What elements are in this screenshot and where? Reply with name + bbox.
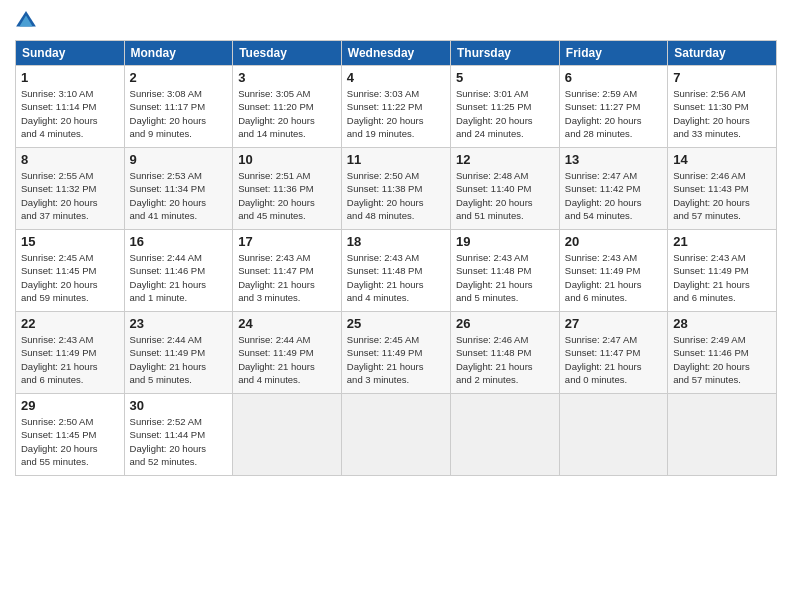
day-number: 6 xyxy=(565,70,662,85)
day-number: 17 xyxy=(238,234,336,249)
calendar-cell: 21Sunrise: 2:43 AM Sunset: 11:49 PM Dayl… xyxy=(668,230,777,312)
calendar-cell xyxy=(451,394,560,476)
day-info: Sunrise: 2:47 AM Sunset: 11:42 PM Daylig… xyxy=(565,169,662,222)
week-row-1: 1Sunrise: 3:10 AM Sunset: 11:14 PM Dayli… xyxy=(16,66,777,148)
day-info: Sunrise: 2:44 AM Sunset: 11:46 PM Daylig… xyxy=(130,251,228,304)
calendar-cell: 2Sunrise: 3:08 AM Sunset: 11:17 PM Dayli… xyxy=(124,66,233,148)
week-row-5: 29Sunrise: 2:50 AM Sunset: 11:45 PM Dayl… xyxy=(16,394,777,476)
day-info: Sunrise: 3:03 AM Sunset: 11:22 PM Daylig… xyxy=(347,87,445,140)
day-info: Sunrise: 2:59 AM Sunset: 11:27 PM Daylig… xyxy=(565,87,662,140)
day-number: 22 xyxy=(21,316,119,331)
day-info: Sunrise: 2:43 AM Sunset: 11:47 PM Daylig… xyxy=(238,251,336,304)
day-number: 2 xyxy=(130,70,228,85)
day-number: 10 xyxy=(238,152,336,167)
day-number: 8 xyxy=(21,152,119,167)
day-number: 12 xyxy=(456,152,554,167)
day-number: 16 xyxy=(130,234,228,249)
day-number: 25 xyxy=(347,316,445,331)
col-header-wednesday: Wednesday xyxy=(341,41,450,66)
calendar-cell: 20Sunrise: 2:43 AM Sunset: 11:49 PM Dayl… xyxy=(559,230,667,312)
day-info: Sunrise: 2:46 AM Sunset: 11:43 PM Daylig… xyxy=(673,169,771,222)
calendar-cell: 24Sunrise: 2:44 AM Sunset: 11:49 PM Dayl… xyxy=(233,312,342,394)
calendar-cell: 29Sunrise: 2:50 AM Sunset: 11:45 PM Dayl… xyxy=(16,394,125,476)
day-number: 3 xyxy=(238,70,336,85)
week-row-2: 8Sunrise: 2:55 AM Sunset: 11:32 PM Dayli… xyxy=(16,148,777,230)
day-number: 15 xyxy=(21,234,119,249)
calendar-cell: 4Sunrise: 3:03 AM Sunset: 11:22 PM Dayli… xyxy=(341,66,450,148)
day-info: Sunrise: 2:49 AM Sunset: 11:46 PM Daylig… xyxy=(673,333,771,386)
day-info: Sunrise: 2:51 AM Sunset: 11:36 PM Daylig… xyxy=(238,169,336,222)
day-info: Sunrise: 2:50 AM Sunset: 11:45 PM Daylig… xyxy=(21,415,119,468)
day-info: Sunrise: 2:43 AM Sunset: 11:49 PM Daylig… xyxy=(673,251,771,304)
day-info: Sunrise: 2:45 AM Sunset: 11:45 PM Daylig… xyxy=(21,251,119,304)
day-info: Sunrise: 3:01 AM Sunset: 11:25 PM Daylig… xyxy=(456,87,554,140)
calendar-cell: 14Sunrise: 2:46 AM Sunset: 11:43 PM Dayl… xyxy=(668,148,777,230)
day-number: 28 xyxy=(673,316,771,331)
calendar-cell: 23Sunrise: 2:44 AM Sunset: 11:49 PM Dayl… xyxy=(124,312,233,394)
week-row-3: 15Sunrise: 2:45 AM Sunset: 11:45 PM Dayl… xyxy=(16,230,777,312)
calendar-cell: 7Sunrise: 2:56 AM Sunset: 11:30 PM Dayli… xyxy=(668,66,777,148)
calendar-cell: 12Sunrise: 2:48 AM Sunset: 11:40 PM Dayl… xyxy=(451,148,560,230)
day-info: Sunrise: 2:46 AM Sunset: 11:48 PM Daylig… xyxy=(456,333,554,386)
day-info: Sunrise: 2:43 AM Sunset: 11:48 PM Daylig… xyxy=(456,251,554,304)
calendar-cell: 22Sunrise: 2:43 AM Sunset: 11:49 PM Dayl… xyxy=(16,312,125,394)
day-number: 18 xyxy=(347,234,445,249)
calendar-cell: 28Sunrise: 2:49 AM Sunset: 11:46 PM Dayl… xyxy=(668,312,777,394)
day-number: 13 xyxy=(565,152,662,167)
day-number: 29 xyxy=(21,398,119,413)
day-info: Sunrise: 2:43 AM Sunset: 11:49 PM Daylig… xyxy=(21,333,119,386)
day-info: Sunrise: 2:43 AM Sunset: 11:48 PM Daylig… xyxy=(347,251,445,304)
calendar-cell: 3Sunrise: 3:05 AM Sunset: 11:20 PM Dayli… xyxy=(233,66,342,148)
calendar-cell: 13Sunrise: 2:47 AM Sunset: 11:42 PM Dayl… xyxy=(559,148,667,230)
day-info: Sunrise: 2:53 AM Sunset: 11:34 PM Daylig… xyxy=(130,169,228,222)
calendar-cell: 26Sunrise: 2:46 AM Sunset: 11:48 PM Dayl… xyxy=(451,312,560,394)
calendar-cell: 30Sunrise: 2:52 AM Sunset: 11:44 PM Dayl… xyxy=(124,394,233,476)
calendar-cell: 25Sunrise: 2:45 AM Sunset: 11:49 PM Dayl… xyxy=(341,312,450,394)
day-info: Sunrise: 2:56 AM Sunset: 11:30 PM Daylig… xyxy=(673,87,771,140)
calendar-cell: 27Sunrise: 2:47 AM Sunset: 11:47 PM Dayl… xyxy=(559,312,667,394)
calendar-cell: 15Sunrise: 2:45 AM Sunset: 11:45 PM Dayl… xyxy=(16,230,125,312)
calendar-cell: 6Sunrise: 2:59 AM Sunset: 11:27 PM Dayli… xyxy=(559,66,667,148)
logo xyxy=(15,10,40,32)
calendar-cell: 11Sunrise: 2:50 AM Sunset: 11:38 PM Dayl… xyxy=(341,148,450,230)
day-number: 27 xyxy=(565,316,662,331)
day-info: Sunrise: 2:43 AM Sunset: 11:49 PM Daylig… xyxy=(565,251,662,304)
calendar-cell: 19Sunrise: 2:43 AM Sunset: 11:48 PM Dayl… xyxy=(451,230,560,312)
col-header-sunday: Sunday xyxy=(16,41,125,66)
day-number: 7 xyxy=(673,70,771,85)
day-number: 23 xyxy=(130,316,228,331)
col-header-tuesday: Tuesday xyxy=(233,41,342,66)
page: SundayMondayTuesdayWednesdayThursdayFrid… xyxy=(0,0,792,612)
day-number: 21 xyxy=(673,234,771,249)
day-info: Sunrise: 2:45 AM Sunset: 11:49 PM Daylig… xyxy=(347,333,445,386)
day-number: 11 xyxy=(347,152,445,167)
day-number: 20 xyxy=(565,234,662,249)
day-info: Sunrise: 3:08 AM Sunset: 11:17 PM Daylig… xyxy=(130,87,228,140)
calendar-cell: 16Sunrise: 2:44 AM Sunset: 11:46 PM Dayl… xyxy=(124,230,233,312)
day-number: 5 xyxy=(456,70,554,85)
col-header-saturday: Saturday xyxy=(668,41,777,66)
day-info: Sunrise: 2:47 AM Sunset: 11:47 PM Daylig… xyxy=(565,333,662,386)
day-info: Sunrise: 2:50 AM Sunset: 11:38 PM Daylig… xyxy=(347,169,445,222)
col-header-thursday: Thursday xyxy=(451,41,560,66)
day-info: Sunrise: 2:52 AM Sunset: 11:44 PM Daylig… xyxy=(130,415,228,468)
day-number: 30 xyxy=(130,398,228,413)
day-info: Sunrise: 2:55 AM Sunset: 11:32 PM Daylig… xyxy=(21,169,119,222)
calendar-cell: 1Sunrise: 3:10 AM Sunset: 11:14 PM Dayli… xyxy=(16,66,125,148)
calendar-cell xyxy=(559,394,667,476)
day-info: Sunrise: 2:44 AM Sunset: 11:49 PM Daylig… xyxy=(238,333,336,386)
day-number: 26 xyxy=(456,316,554,331)
day-number: 19 xyxy=(456,234,554,249)
calendar-cell: 8Sunrise: 2:55 AM Sunset: 11:32 PM Dayli… xyxy=(16,148,125,230)
calendar-cell xyxy=(668,394,777,476)
col-header-monday: Monday xyxy=(124,41,233,66)
logo-icon xyxy=(15,10,37,32)
col-header-friday: Friday xyxy=(559,41,667,66)
calendar-header-row: SundayMondayTuesdayWednesdayThursdayFrid… xyxy=(16,41,777,66)
calendar-cell xyxy=(233,394,342,476)
day-number: 14 xyxy=(673,152,771,167)
header xyxy=(15,10,777,32)
day-number: 4 xyxy=(347,70,445,85)
calendar-cell: 10Sunrise: 2:51 AM Sunset: 11:36 PM Dayl… xyxy=(233,148,342,230)
week-row-4: 22Sunrise: 2:43 AM Sunset: 11:49 PM Dayl… xyxy=(16,312,777,394)
